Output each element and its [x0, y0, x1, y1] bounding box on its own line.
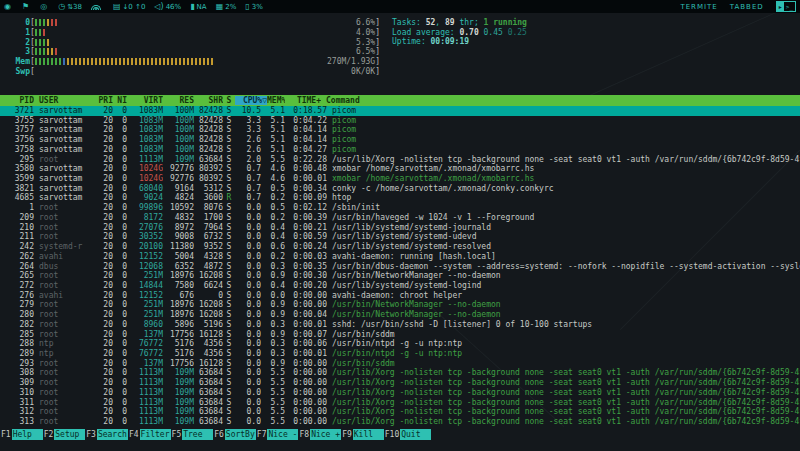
cell-pri: 20: [95, 300, 113, 310]
cell-res: 92776: [163, 174, 194, 184]
process-row[interactable]: 242systemd-r20020100113809352S0.00.60:00…: [0, 242, 800, 252]
process-row[interactable]: 272root2001484475806624S0.00.40:00.20/us…: [0, 281, 800, 291]
cell-res: 100M: [163, 116, 194, 126]
cell-pid: 310: [8, 388, 34, 398]
cell-virt: 251M: [127, 300, 163, 310]
terminal-badge[interactable]: ▸ >_: [776, 1, 796, 12]
cell-shr: 16208: [194, 310, 223, 320]
process-row[interactable]: 276avahi200121526760S0.00.00:00.00avahi-…: [0, 291, 800, 301]
process-row[interactable]: 313root2001113M109M63684S0.05.50:00.00/u…: [0, 417, 800, 427]
fkey-search[interactable]: F3Search: [85, 429, 128, 440]
meter-bracket-close: ]: [375, 38, 380, 47]
cell-pri: 20: [95, 398, 113, 408]
process-row[interactable]: 265root200251M1897616208S0.00.90:00.30/u…: [0, 271, 800, 281]
process-row[interactable]: 3758sarvottam2001083M100M82428S2.65.10:0…: [0, 145, 800, 155]
workspace-label-tabbed[interactable]: TABBED: [730, 3, 764, 11]
fkey-setup[interactable]: F2Setup: [43, 429, 86, 440]
process-row[interactable]: 209root200817248321700S0.00.20:00.39/usr…: [0, 213, 800, 223]
process-row[interactable]: 3757sarvottam2001083M100M82428S3.35.10:0…: [0, 125, 800, 135]
cell-virt: 1113M: [127, 388, 163, 398]
process-row[interactable]: 293root200137M1775616128S0.00.90:00.00/u…: [0, 359, 800, 369]
cell-ni: 0: [113, 203, 127, 213]
process-row[interactable]: 279root200251M1897616208S0.00.90:00.00/u…: [0, 300, 800, 310]
process-row[interactable]: 310root2001113M109M63684S0.05.50:00.00/u…: [0, 388, 800, 398]
meter-tick: [175, 58, 177, 65]
meter-tick: [111, 58, 113, 65]
column-header-s[interactable]: S: [223, 96, 235, 105]
thermometer-icon: ▮: [190, 3, 194, 11]
fkey-filter[interactable]: F4Filter: [128, 429, 171, 440]
cell-cpu: 0.0: [235, 242, 261, 252]
process-row[interactable]: 3580sarvottam2001024G9277680392S0.74.60:…: [0, 164, 800, 174]
workspace-label-termite[interactable]: TERMITE: [680, 3, 717, 11]
process-row[interactable]: 3599sarvottam2001024G9277680392S0.74.60:…: [0, 174, 800, 184]
column-header-shr[interactable]: SHR: [194, 96, 223, 105]
process-row[interactable]: 3721sarvottam2001083M100M82428S10.55.10:…: [0, 106, 800, 116]
fkey-sortby[interactable]: F6SortBy: [213, 429, 256, 440]
process-row[interactable]: 210root2002707689727964S0.00.40:00.21/us…: [0, 223, 800, 233]
fkey-nice-[interactable]: F8Nice +: [298, 429, 341, 440]
process-row[interactable]: 1root20099896105928076S0.00.50:02.12/sbi…: [0, 203, 800, 213]
process-row[interactable]: 295root2001113M109M63684S2.05.50:22.28/u…: [0, 155, 800, 165]
process-row[interactable]: 211root2003035290086732S0.00.40:00.59/us…: [0, 232, 800, 242]
cell-time: 0:18.57: [285, 106, 327, 116]
column-header-cpu[interactable]: CPU%▽: [235, 96, 267, 105]
cell-ni: 0: [113, 232, 127, 242]
cell-res: 109M: [163, 398, 194, 408]
cell-virt: 8172: [127, 213, 163, 223]
meter-tick: [55, 48, 57, 55]
cell-mem: 0.4: [261, 223, 285, 233]
fkey-help[interactable]: F1Help: [0, 429, 43, 440]
column-header-pri[interactable]: PRI: [95, 96, 113, 105]
fkey-action-label: Tree: [182, 429, 213, 440]
cell-state: S: [223, 106, 235, 116]
cell-pid: 4685: [8, 193, 34, 203]
column-header-user[interactable]: USER: [34, 96, 95, 105]
process-row[interactable]: 308root2001113M109M63684S0.05.50:00.00/u…: [0, 368, 800, 378]
column-header-pid[interactable]: PID: [8, 96, 34, 105]
process-row[interactable]: 264dbus2001206863524872S0.00.30:00.35/us…: [0, 262, 800, 272]
cell-state: S: [223, 339, 235, 349]
process-row[interactable]: 311root2001113M109M63684S0.05.50:00.00/u…: [0, 398, 800, 408]
column-header-res[interactable]: RES: [163, 96, 194, 105]
cell-command: /usr/bin/sddm: [327, 359, 800, 369]
cell-shr: 4356: [194, 349, 223, 359]
cell-ni: 0: [113, 339, 127, 349]
fkey-kill[interactable]: F9Kill: [341, 429, 384, 440]
process-row[interactable]: 3755sarvottam2001083M100M82428S3.35.10:0…: [0, 116, 800, 126]
fkey-nice-[interactable]: F7Nice -: [256, 429, 299, 440]
clock-icon-value: ⇅38: [67, 3, 82, 11]
cell-ni: 0: [113, 252, 127, 262]
column-header-virt[interactable]: VIRT: [127, 96, 163, 105]
process-row[interactable]: 4685sarvottam200902448243600R0.70.20:00.…: [0, 193, 800, 203]
meter-bracket-close: ]: [375, 67, 380, 76]
meter-tick: [187, 58, 189, 65]
process-row[interactable]: 312root2001113M109M63684S0.05.50:00.00/u…: [0, 407, 800, 417]
process-row[interactable]: 280root200251M1897616208S0.00.90:00.04/u…: [0, 310, 800, 320]
cell-state: S: [223, 145, 235, 155]
column-header-time[interactable]: TIME+: [285, 96, 321, 105]
process-row[interactable]: 3821sarvottam2006804091645312S0.70.50:00…: [0, 184, 800, 194]
cell-user: root: [34, 330, 95, 340]
column-header-cmd[interactable]: Command: [321, 96, 800, 105]
process-row[interactable]: 289ntp2007677251764356S0.00.30:00.01/usr…: [0, 349, 800, 359]
process-row[interactable]: 282root200896058965196S0.00.30:00.01sshd…: [0, 320, 800, 330]
process-row[interactable]: 262avahi2001215250044328S0.00.20:00.03av…: [0, 252, 800, 262]
column-header-ni[interactable]: NI: [113, 96, 127, 105]
process-row[interactable]: 288ntp2007677251764356S0.00.30:00.06/usr…: [0, 339, 800, 349]
volume-icon: ◁)46%: [154, 3, 181, 11]
process-row[interactable]: 309root2001113M109M63684S0.05.50:00.00/u…: [0, 378, 800, 388]
cell-user: root: [34, 310, 95, 320]
process-row[interactable]: 285root200137M1775616128S0.00.90:00.07/u…: [0, 330, 800, 340]
uptime-line: Uptime: 00:09:19: [392, 37, 527, 47]
meter-tick: [207, 58, 209, 65]
column-header-mem[interactable]: MEM%: [267, 96, 285, 105]
process-row[interactable]: 3756sarvottam2001083M100M82428S2.65.10:0…: [0, 135, 800, 145]
fkey-tree[interactable]: F5Tree: [171, 429, 214, 440]
cell-user: root: [34, 271, 95, 281]
meter-tick: [87, 58, 89, 65]
fkey-quit[interactable]: F10Quit: [384, 429, 431, 440]
memory-icon-value: 2%: [225, 3, 236, 11]
cell-pid: 3757: [8, 125, 34, 135]
cpu-meter-0-label: 0: [8, 18, 30, 27]
